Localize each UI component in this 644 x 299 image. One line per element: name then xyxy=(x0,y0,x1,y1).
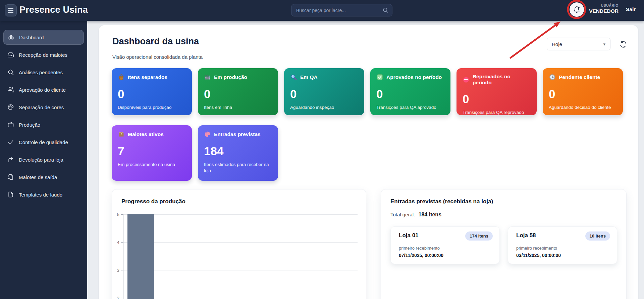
chart-tick-label: 3 xyxy=(112,268,119,273)
stat-card-em-producao[interactable]: Em produção 0 Itens em linha xyxy=(198,68,278,115)
sidebar-item-separacao-de-cores[interactable]: Separação de cores xyxy=(3,100,84,115)
sidebar-item-label: Controle de qualidade xyxy=(19,139,68,145)
sidebar-item-label: Separação de cores xyxy=(19,104,64,110)
stat-card-value: 0 xyxy=(204,88,272,100)
menu-button[interactable] xyxy=(5,4,17,16)
chart-gridline xyxy=(123,214,358,215)
first-receipt-label: primeiro recebimento xyxy=(516,246,557,251)
stat-card-label: Em produção xyxy=(214,74,247,80)
app-title: Presence Usina xyxy=(19,5,88,15)
period-select[interactable]: Hoje ▾ xyxy=(547,38,610,50)
stat-card-description: Transições para QA aprovado xyxy=(376,104,443,111)
sidebar-item-controle-de-qualidade[interactable]: Controle de qualidade xyxy=(3,135,84,150)
package-icon xyxy=(118,131,125,138)
notifications-button[interactable] xyxy=(570,2,584,17)
basket-icon xyxy=(118,74,125,81)
chart-bar xyxy=(127,214,154,299)
stat-card-label: Malotes ativos xyxy=(128,131,164,137)
panel-title: Entradas previstas (recebidas na loja) xyxy=(390,198,493,205)
notification-dot xyxy=(578,7,580,8)
sidebar-item-dashboard[interactable]: Dashboard xyxy=(3,30,84,45)
stat-card-itens-separados[interactable]: Itens separados 0 Disponíveis para produ… xyxy=(112,68,192,115)
user-name: VENDEDOR xyxy=(588,8,619,14)
search-icon xyxy=(7,69,14,76)
sidebar-item-analises-pendentes[interactable]: Análises pendentes xyxy=(3,65,84,80)
sidebar-item-devolucao-para-loja[interactable]: Devolução para loja xyxy=(3,152,84,167)
stat-card-pendente-cliente[interactable]: Pendente cliente 0 Aguardando decisão do… xyxy=(543,68,623,115)
stat-card-grid: Itens separados 0 Disponíveis para produ… xyxy=(112,68,623,181)
stat-card-label: Aprovados no período xyxy=(386,74,442,80)
production-chart-plot: 5432 xyxy=(123,214,358,299)
sidebar-item-label: Produção xyxy=(19,122,40,128)
first-receipt-label: primeiro recebimento xyxy=(399,246,440,251)
refresh-button[interactable] xyxy=(618,39,628,49)
store-card-loja-58[interactable]: Loja 58 10 itens primeiro recebimento 03… xyxy=(508,226,617,264)
briefcase-icon xyxy=(7,121,14,128)
store-items-badge: 10 itens xyxy=(585,231,610,241)
chart-tick-label: 5 xyxy=(112,212,119,217)
stat-card-aprovados[interactable]: Aprovados no período 0 Transições para Q… xyxy=(370,68,450,115)
logout-button[interactable]: Sair xyxy=(626,6,636,12)
stat-card-value: 7 xyxy=(118,145,186,157)
sidebar-item-recepcao-de-malotes[interactable]: Recepção de malotes xyxy=(3,47,84,62)
user-info[interactable]: USUÁRIO VENDEDOR xyxy=(588,3,619,14)
chart-gridline xyxy=(123,270,358,270)
search-input[interactable] xyxy=(291,4,392,16)
stat-card-em-qa[interactable]: Em QA 0 Aguardando inspeção xyxy=(284,68,364,115)
sidebar-item-label: Dashboard xyxy=(19,35,44,40)
stat-card-label: Reprovados no período xyxy=(473,74,531,86)
stat-card-value: 0 xyxy=(549,88,617,100)
page-subtitle: Visão operacional consolidada da planta xyxy=(112,54,203,60)
total-line: Total geral: 184 itens xyxy=(390,212,441,218)
sidebar-item-label: Aprovação do cliente xyxy=(19,87,66,93)
store-card-loja-01[interactable]: Loja 01 174 itens primeiro recebimento 0… xyxy=(390,226,500,264)
sidebar-item-templates-de-laudo[interactable]: Templates de laudo xyxy=(3,187,84,202)
stat-card-description: Transições para QA reprovado xyxy=(463,110,530,116)
file-icon xyxy=(7,191,14,198)
check-box-icon xyxy=(376,74,383,81)
search-icon xyxy=(382,7,388,13)
first-receipt-date: 03/11/2025, 00:00:00 xyxy=(516,253,561,258)
stat-card-label: Entradas previstas xyxy=(214,131,261,137)
sidebar-item-producao[interactable]: Produção xyxy=(3,117,84,132)
stat-card-reprovados[interactable]: Reprovados no período 0 Transições para … xyxy=(457,68,537,115)
top-navbar: Presence Usina USUÁRIO VENDEDOR Sair xyxy=(0,0,644,21)
chart-tick-label: 2 xyxy=(112,296,119,299)
stat-card-label: Itens separados xyxy=(128,74,167,80)
stat-card-entradas-previstas[interactable]: Entradas previstas 184 Itens estimados p… xyxy=(198,125,278,181)
palette-icon xyxy=(7,104,14,111)
store-items-badge: 174 itens xyxy=(465,231,493,241)
palette-emoji-icon xyxy=(204,131,211,138)
chart-tick xyxy=(121,242,123,243)
stat-card-value: 0 xyxy=(290,88,358,100)
stat-card-description: Aguardando decisão do cliente xyxy=(549,104,616,111)
refresh-icon xyxy=(620,41,627,48)
users-icon xyxy=(7,86,14,93)
sidebar-item-label: Devolução para loja xyxy=(19,157,63,163)
main-content: Dashboard da usina Visão operacional con… xyxy=(87,21,644,299)
stat-card-value: 0 xyxy=(463,93,531,105)
chart-tick xyxy=(121,270,123,270)
store-name: Loja 01 xyxy=(399,232,419,239)
chart-y-axis xyxy=(123,214,123,299)
bell-icon xyxy=(573,6,580,13)
check-icon xyxy=(7,139,14,145)
sidebar-item-label: Análises pendentes xyxy=(19,70,63,75)
no-entry-icon xyxy=(463,76,470,83)
chart-gridline xyxy=(123,298,358,298)
dashboard-wrapper: Dashboard da usina Visão operacional con… xyxy=(99,25,638,299)
chart-gridline xyxy=(123,242,358,243)
stat-card-description: Aguardando inspeção xyxy=(290,104,357,111)
user-role-label: USUÁRIO xyxy=(588,3,619,8)
sidebar-item-malotes-de-saida[interactable]: Malotes de saída xyxy=(3,170,84,184)
expected-entries-panel: Entradas previstas (recebidas na loja) T… xyxy=(381,189,627,299)
navbar-search xyxy=(291,4,392,16)
file-export-icon xyxy=(7,174,14,180)
return-arrow-icon xyxy=(7,156,14,163)
sidebar-item-label: Recepção de malotes xyxy=(19,52,67,58)
stat-card-value: 184 xyxy=(204,145,272,157)
bar-chart-icon xyxy=(8,34,14,41)
stat-card-malotes-ativos[interactable]: Malotes ativos 7 Em processamento na usi… xyxy=(112,125,192,181)
chart-tick-label: 4 xyxy=(112,240,119,245)
sidebar-item-aprovacao-do-cliente[interactable]: Aprovação do cliente xyxy=(3,82,84,97)
